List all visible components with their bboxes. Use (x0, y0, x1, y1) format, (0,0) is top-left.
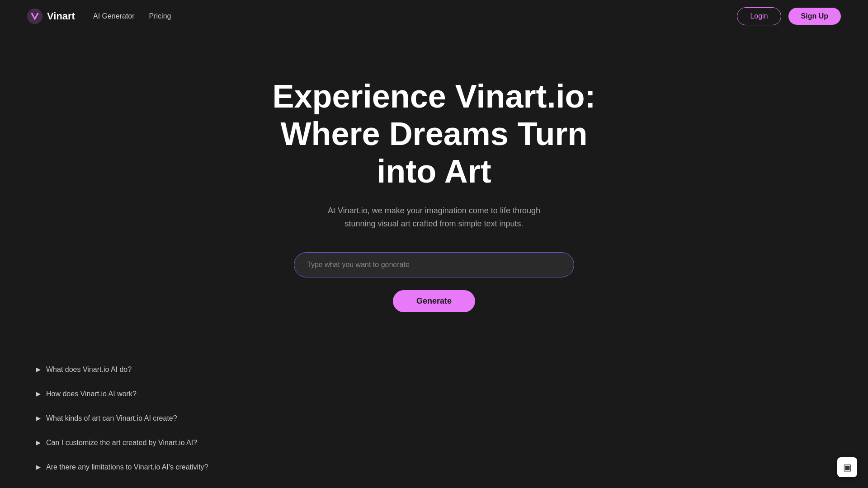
faq-item-4[interactable]: ▶ Can I customize the art created by Vin… (36, 431, 832, 455)
faq-item-1[interactable]: ▶ What does Vinart.io AI do? (36, 357, 832, 382)
nav-right: Login Sign Up (737, 7, 841, 25)
chat-icon: ▣ (843, 462, 852, 473)
nav-left: Vinart AI Generator Pricing (27, 9, 171, 24)
faq-item-6[interactable]: ▶ How can I get started with Vinart.io A… (36, 479, 832, 488)
faq-arrow-5: ▶ (36, 464, 41, 470)
hero-subtitle: At Vinart.io, we make your imagination c… (321, 204, 547, 230)
login-button[interactable]: Login (737, 7, 781, 25)
chat-widget[interactable]: ▣ (837, 457, 857, 477)
faq-text-4: Can I customize the art created by Vinar… (46, 439, 197, 447)
faq-text-2: How does Vinart.io AI work? (46, 390, 137, 398)
hero-title: Experience Vinart.io: Where Dreams Turn … (253, 78, 615, 190)
faq-arrow-1: ▶ (36, 366, 41, 373)
logo-icon (27, 9, 42, 24)
faq-arrow-4: ▶ (36, 439, 41, 446)
faq-arrow-3: ▶ (36, 415, 41, 422)
faq-section: ▶ What does Vinart.io AI do? ▶ How does … (0, 339, 868, 488)
nav-links: AI Generator Pricing (93, 12, 171, 20)
input-area (294, 252, 574, 277)
faq-item-3[interactable]: ▶ What kinds of art can Vinart.io AI cre… (36, 406, 832, 431)
faq-text-1: What does Vinart.io AI do? (46, 366, 132, 374)
faq-item-2[interactable]: ▶ How does Vinart.io AI work? (36, 382, 832, 406)
faq-text-5: Are there any limitations to Vinart.io A… (46, 463, 208, 471)
svg-point-0 (27, 9, 42, 24)
logo-text: Vinart (47, 10, 75, 22)
nav-link-pricing[interactable]: Pricing (149, 12, 171, 20)
logo[interactable]: Vinart (27, 9, 75, 24)
signup-button[interactable]: Sign Up (788, 8, 841, 25)
navbar: Vinart AI Generator Pricing Login Sign U… (0, 0, 868, 33)
nav-link-ai-generator[interactable]: AI Generator (93, 12, 135, 20)
faq-item-5[interactable]: ▶ Are there any limitations to Vinart.io… (36, 455, 832, 479)
faq-text-3: What kinds of art can Vinart.io AI creat… (46, 414, 177, 422)
generate-button[interactable]: Generate (393, 290, 475, 312)
hero-section: Experience Vinart.io: Where Dreams Turn … (0, 33, 868, 339)
faq-arrow-2: ▶ (36, 390, 41, 397)
generate-input[interactable] (294, 252, 574, 277)
